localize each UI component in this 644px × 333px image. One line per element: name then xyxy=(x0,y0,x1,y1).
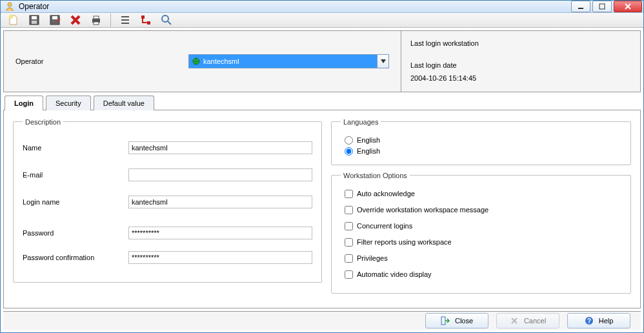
auto-video-checkbox[interactable] xyxy=(345,270,353,279)
password-label: Password xyxy=(23,229,128,237)
workstation-options-legend: Workstation Options xyxy=(341,172,410,179)
svg-rect-7 xyxy=(32,16,37,19)
filter-reports-option[interactable]: Filter reports using workspace xyxy=(345,238,621,247)
svg-rect-19 xyxy=(141,15,145,19)
close-window-button[interactable] xyxy=(614,1,642,12)
last-login-workstation-value xyxy=(410,50,631,59)
login-name-label: Login name xyxy=(23,198,128,206)
auto-ack-option[interactable]: Auto acknowledge xyxy=(345,190,621,198)
override-msg-label: Override workstation workspace message xyxy=(357,206,488,214)
svg-text:?: ? xyxy=(587,318,591,325)
operator-selected-value: kantechsml xyxy=(203,57,239,65)
password-confirm-field[interactable] xyxy=(128,251,312,264)
svg-rect-8 xyxy=(32,21,37,24)
last-login-date-value: 2004-10-26 15:14:45 xyxy=(410,72,631,85)
filter-reports-label: Filter reports using workspace xyxy=(357,238,452,246)
auto-video-label: Automatic video display xyxy=(357,270,432,278)
operator-selector-area: Operator kantechsml xyxy=(4,31,401,91)
operator-label: Operator xyxy=(15,57,188,65)
language-option-2[interactable]: English xyxy=(345,147,621,156)
toolbar-separator xyxy=(110,14,111,26)
description-group: Description Name E-mail Login name Passw… xyxy=(13,118,322,283)
tab-default-value[interactable]: Default value xyxy=(94,96,154,110)
language-option-2-label: English xyxy=(357,147,380,155)
operator-dropdown[interactable]: kantechsml xyxy=(188,54,389,68)
cancel-button: Cancel xyxy=(496,313,559,328)
toolbar xyxy=(1,13,643,28)
svg-point-21 xyxy=(162,15,168,22)
titlebar: Operator xyxy=(1,1,643,13)
concurrent-checkbox[interactable] xyxy=(345,222,353,230)
delete-icon[interactable] xyxy=(69,14,82,26)
svg-rect-24 xyxy=(441,317,445,325)
email-label: E-mail xyxy=(23,171,128,179)
language-option-1[interactable]: English xyxy=(345,136,621,145)
privileges-checkbox[interactable] xyxy=(345,254,353,263)
minimize-button[interactable] xyxy=(571,1,590,12)
languages-group: Languages English English xyxy=(331,118,631,165)
search-icon[interactable] xyxy=(160,14,173,26)
last-login-date-label: Last login date xyxy=(410,59,631,72)
operator-app-icon xyxy=(5,1,15,12)
tab-content-login: Description Name E-mail Login name Passw… xyxy=(3,110,641,308)
workstation-options-group: Workstation Options Auto acknowledge Ove… xyxy=(331,172,631,294)
bottom-bar: Close Cancel ? Help xyxy=(3,311,641,330)
close-button-label: Close xyxy=(455,317,473,325)
last-login-workstation-label: Last login workstation xyxy=(410,37,631,50)
print-icon[interactable] xyxy=(90,14,103,26)
help-button-label: Help xyxy=(599,317,614,325)
window-title: Operator xyxy=(19,2,49,11)
password-field[interactable] xyxy=(128,227,312,239)
language-option-1-label: English xyxy=(357,136,380,144)
description-legend: Description xyxy=(23,118,63,126)
name-label: Name xyxy=(23,144,128,152)
cancel-x-icon xyxy=(510,316,519,325)
name-field[interactable] xyxy=(128,141,312,154)
dropdown-arrow-icon[interactable] xyxy=(377,54,389,68)
help-button[interactable]: ? Help xyxy=(567,313,630,328)
language-radio-2[interactable] xyxy=(345,147,353,156)
save-as-icon[interactable] xyxy=(48,14,61,26)
cancel-button-label: Cancel xyxy=(524,317,546,325)
list-icon[interactable] xyxy=(119,14,132,26)
help-icon: ? xyxy=(585,316,594,325)
last-login-info: Last login workstation Last login date 2… xyxy=(401,31,640,91)
languages-legend: Languages xyxy=(341,118,381,126)
hierarchy-icon[interactable] xyxy=(139,14,152,26)
svg-rect-2 xyxy=(599,4,605,9)
door-exit-icon xyxy=(441,316,450,325)
svg-rect-15 xyxy=(94,22,99,25)
override-msg-checkbox[interactable] xyxy=(345,206,353,214)
tab-login[interactable]: Login xyxy=(5,96,43,110)
override-msg-option[interactable]: Override workstation workspace message xyxy=(345,206,621,214)
privileges-option[interactable]: Privileges xyxy=(345,254,621,263)
svg-line-22 xyxy=(168,21,171,25)
tabs: Login Security Default value xyxy=(1,96,643,110)
svg-rect-10 xyxy=(52,16,57,19)
email-field[interactable] xyxy=(128,168,312,181)
svg-rect-14 xyxy=(94,16,99,19)
tab-security[interactable]: Security xyxy=(46,96,91,110)
concurrent-option[interactable]: Concurrent logins xyxy=(345,222,621,230)
maximize-button[interactable] xyxy=(592,1,612,12)
login-name-field[interactable] xyxy=(128,196,312,208)
new-icon[interactable] xyxy=(7,14,20,26)
concurrent-label: Concurrent logins xyxy=(357,222,412,230)
svg-point-0 xyxy=(8,3,12,6)
svg-point-5 xyxy=(9,15,13,19)
auto-ack-checkbox[interactable] xyxy=(345,190,353,198)
globe-icon xyxy=(192,57,201,66)
privileges-label: Privileges xyxy=(357,254,388,262)
language-radio-1[interactable] xyxy=(345,136,353,145)
save-icon[interactable] xyxy=(28,14,41,26)
svg-rect-20 xyxy=(147,21,150,25)
close-button[interactable]: Close xyxy=(425,313,488,328)
password-confirm-label: Password confirmation xyxy=(23,254,128,261)
auto-video-option[interactable]: Automatic video display xyxy=(345,270,621,279)
auto-ack-label: Auto acknowledge xyxy=(357,190,415,197)
filter-reports-checkbox[interactable] xyxy=(345,238,353,247)
